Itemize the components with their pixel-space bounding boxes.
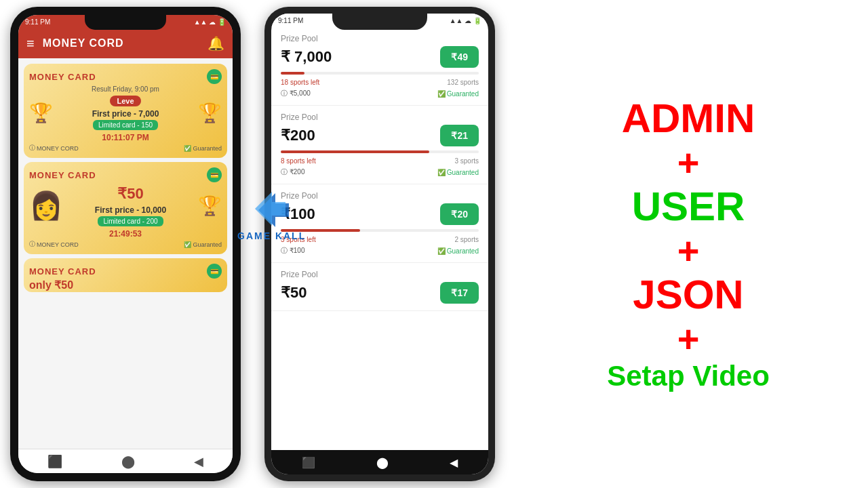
card-2-meta-right: ✅ Guaranted [184,241,222,248]
join-btn-4[interactable]: ₹17 [440,282,479,304]
card-1[interactable]: MONEY CARD 💳 Result Friday, 9:00 pm 🏆 Le… [24,64,227,158]
card-2-header: MONEY CARD 💳 [29,167,222,182]
prize-sports-3: 3 sports left 2 sports [281,236,479,243]
right-phone-notch [332,14,427,30]
left-app-bar: ≡ MONEY CORD 🔔 [18,28,233,58]
card-2-meta-left: ⓘ MONEY CORD [29,240,79,249]
prize-amount-1: ₹ 7,000 [281,48,332,66]
prize-label-1: Prize Pool [281,34,479,43]
right-nav-back-icon[interactable]: ◀ [450,456,458,469]
app-title: MONEY CORD [43,37,208,49]
card-1-body: 🏆 Leve First price - 7,000 Limited card … [29,96,222,130]
prize-row-1: ₹ 7,000 ₹49 [281,46,479,68]
right-status-time: 9:11 PM [278,17,303,24]
join-btn-2[interactable]: ₹21 [440,125,479,146]
right-nav-home-icon[interactable]: ⬤ [376,456,389,469]
right-nav-stop-icon[interactable]: ⬛ [302,456,315,469]
plus-text-1: + [677,144,700,182]
left-status-time: 9:11 PM [25,18,50,26]
card-1-meta-left: ⓘ MONEY CORD [29,144,79,152]
card-3-subtitle: only ₹50 [29,279,222,291]
prize-min-1: ⓘ ₹5,000 ✅ Guaranted [281,89,479,98]
left-phone-notch [85,15,166,30]
card-3[interactable]: MONEY CARD 💳 only ₹50 [24,258,227,292]
card-3-header: MONEY CARD 💳 [29,264,222,279]
card-2-limited: Limited card - 200 [98,216,163,226]
card-2[interactable]: MONEY CARD 💳 👩 ₹50 First price - 10,000 … [24,162,227,254]
guaranteed-1: ✅ Guaranted [437,89,479,98]
prize-progress-2 [281,150,479,153]
card-2-price: First price - 10,000 [95,205,166,215]
card-1-subtitle: Result Friday, 9:00 pm [29,85,222,93]
json-text: JSON [633,272,743,317]
admin-text: ADMIN [622,96,755,141]
prize-row-3: ₹100 ₹20 [281,203,479,225]
min-amount-3: ⓘ ₹100 [281,246,304,256]
sports-left-1: 18 sports left [281,79,319,86]
prize-amount-2: ₹200 [281,127,315,144]
join-btn-1[interactable]: ₹49 [440,46,479,68]
card-1-meta-right: ✅ Guaranted [184,145,222,152]
prize-sports-2: 8 sports left 3 sports [281,157,479,165]
left-phone-frame: 9:11 PM ▲▲ ☁ 🔋 ≡ MONEY CORD 🔔 MONEY CARD… [10,7,241,481]
guaranteed-2: ✅ Guaranted [437,167,479,177]
card-1-limited: Limited card - 150 [93,120,158,130]
right-panel: ADMIN + USER + JSON + Setap Video [509,0,868,488]
bell-icon[interactable]: 🔔 [208,35,224,52]
prize-min-2: ⓘ ₹200 ✅ Guaranted [281,167,479,177]
card-3-title: MONEY CARD [29,266,96,277]
left-status-icons: ▲▲ ☁ 🔋 [194,18,226,26]
card-2-money-icon: 💳 [207,167,222,182]
left-phone: 9:11 PM ▲▲ ☁ 🔋 ≡ MONEY CORD 🔔 MONEY CARD… [0,0,251,488]
left-phone-screen: 9:11 PM ▲▲ ☁ 🔋 ≡ MONEY CORD 🔔 MONEY CARD… [18,15,233,473]
card-2-center: ₹50 First price - 10,000 Limited card - … [95,185,166,226]
card-1-center: Leve First price - 7,000 Limited card - … [92,96,159,130]
prize-row-4: ₹50 ₹17 [281,282,479,304]
nav-back-icon[interactable]: ◀ [194,454,203,469]
card-3-money-icon: 💳 [207,264,222,279]
sports-total-2: 3 sports [454,157,479,165]
right-bottom-nav: ⬛ ⬤ ◀ [271,450,488,474]
menu-icon[interactable]: ≡ [26,36,35,52]
nav-stop-icon[interactable]: ⬛ [47,454,62,469]
right-phone: 9:11 PM ▲▲ ☁ 🔋 Prize Pool ₹ 7,000 ₹49 18… [251,0,509,488]
card-1-trophy-right: 🏆 [198,102,222,124]
card-2-meta: ⓘ MONEY CORD ✅ Guaranted [29,240,222,249]
nav-home-icon[interactable]: ⬤ [121,454,135,469]
card-2-time: 21:49:53 [29,229,222,239]
prize-item-2[interactable]: Prize Pool ₹200 ₹21 8 sports left 3 spor… [271,106,488,184]
right-phone-frame: 9:11 PM ▲▲ ☁ 🔋 Prize Pool ₹ 7,000 ₹49 18… [264,7,495,481]
plus-text-3: + [677,320,700,358]
card-1-meta: ⓘ MONEY CORD ✅ Guaranted [29,144,222,152]
prize-item-1[interactable]: Prize Pool ₹ 7,000 ₹49 18 sports left 13… [271,27,488,106]
prize-label-3: Prize Pool [281,191,479,201]
user-text: USER [632,184,745,229]
prize-sports-1: 18 sports left 132 sports [281,79,479,86]
left-bottom-nav: ⬛ ⬤ ◀ [18,449,233,473]
card-1-trophy-left: 🏆 [29,102,53,124]
prize-progress-3 [281,229,479,232]
setup-text: Setap Video [607,361,770,392]
right-phone-screen: 9:11 PM ▲▲ ☁ 🔋 Prize Pool ₹ 7,000 ₹49 18… [271,14,488,474]
min-amount-2: ⓘ ₹200 [281,167,304,177]
sports-left-2: 8 sports left [281,157,316,165]
prize-progress-1 [281,72,479,75]
prize-fill-1 [281,72,304,75]
card-2-footer: 21:49:53 ⓘ MONEY CORD ✅ Guaranted [29,229,222,249]
card-1-title: MONEY CARD [29,72,96,82]
card-1-price: First price - 7,000 [92,109,159,119]
prize-min-3: ⓘ ₹100 ✅ Guaranted [281,246,479,256]
sports-total-1: 132 sports [447,79,479,86]
prize-item-4[interactable]: Prize Pool ₹50 ₹17 [271,263,488,311]
min-amount-1: ⓘ ₹5,000 [281,89,311,98]
join-btn-3[interactable]: ₹20 [440,203,479,225]
logo-overlay: GAME KALL [237,190,306,241]
card-2-title: MONEY CARD [29,170,96,180]
svg-marker-1 [255,192,285,226]
card-1-money-icon: 💳 [207,69,222,84]
sports-total-3: 2 sports [454,236,479,243]
logo-text: GAME KALL [237,230,306,241]
right-status-icons: ▲▲ ☁ 🔋 [450,17,481,24]
prize-fill-2 [281,150,429,153]
card-2-amount: ₹50 [117,185,143,203]
